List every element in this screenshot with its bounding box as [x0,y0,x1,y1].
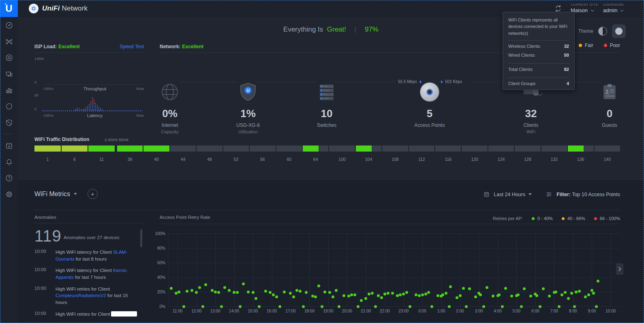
channel-tick-label: 6 [62,157,88,162]
username-dropdown[interactable]: admin [603,7,624,13]
switches-node[interactable]: 10 Switches [318,53,336,73]
gear-icon [5,190,13,199]
channel-cell [250,145,275,152]
retry-dot [391,292,394,295]
retry-dot [520,305,523,308]
sidebar-item-devices[interactable] [0,49,18,66]
wifi-traffic-distribution: WiFi Traffic Distribution 2.4GHz 5GHz 16… [34,137,620,142]
anomaly-text: High TCP latency for Client TNote 8 Pro … [56,322,139,323]
sidebar-item-alerts[interactable] [0,154,18,170]
app-title-rest: Network [62,4,88,12]
current-site-dropdown[interactable]: Maison [571,7,599,13]
sidebar-item-clients[interactable] [0,66,18,82]
channel-cell [88,145,115,152]
access-points-node[interactable]: 5 Access Points [420,53,439,73]
sidebar-item-statistics[interactable] [0,82,18,98]
y-axis-label: 40% [157,275,165,280]
channel-tick-label: 140 [595,157,620,162]
anomaly-client-link[interactable]: Karotz-Appentis [56,268,128,280]
divider [508,40,569,41]
throughput-chart: 146M 0 -24hrs Throughput Now [34,55,144,90]
gridline-horizontal [168,277,620,278]
retry-dot [364,297,367,300]
retry-dot [175,292,178,295]
retry-dot [486,286,488,289]
gridline-vertical [234,233,235,306]
retry-dot [350,293,353,296]
gridline-vertical [309,233,310,306]
channel-cell [303,145,328,152]
gateway-node[interactable]: U 1% USG-XG-8 Utilization [239,53,257,73]
gateway-shield-icon: U [239,82,257,102]
channel-cell [435,145,461,152]
filter-sliders-icon[interactable] [546,191,552,197]
channel-cell [488,145,514,152]
ubiquiti-logo[interactable]: U [0,0,18,17]
divider [34,223,145,223]
anomaly-text: High WiFi latency for Client SLAM-Ouvran… [56,249,139,262]
calendar-icon[interactable] [484,191,490,197]
y-axis-label: 20% [157,290,165,294]
x-axis-label: 5:00 [513,309,520,313]
dark-theme-button[interactable] [612,24,626,38]
next-page-button[interactable] [616,263,623,275]
clients-icon [5,70,13,78]
sidebar-item-help[interactable] [0,170,18,186]
retry-dot [529,295,532,297]
add-metric-button[interactable]: + [88,189,98,199]
anomaly-item: 10:00High WiFi retries for Client Compte… [34,286,139,306]
retry-dot [371,292,374,295]
gridline-vertical [197,233,197,306]
gridline-vertical [592,233,592,306]
app-title: UniFiNetwork [42,4,88,13]
anomaly-client-link[interactable]: CompteursRadiationsV2 [56,293,106,298]
gridline-vertical [385,233,385,306]
map-icon [5,102,13,111]
retry-dot [459,294,462,297]
filter-control[interactable]: Filter: Top 10 Access Points [556,192,620,197]
x-axis-label: 16:00 [267,309,277,313]
speed-test-link[interactable]: Speed Test [120,44,144,49]
light-theme-button[interactable] [598,27,607,36]
retry-dot [211,289,214,292]
retry-dot [264,290,267,293]
sidebar-item-dashboard[interactable] [0,17,18,33]
retry-dot [272,293,275,296]
retry-dot [554,291,557,293]
sidebar-divider [4,134,13,134]
wifi-metrics-dropdown[interactable]: WiFi Metrics [34,190,77,198]
legend-item-fair: Fair [579,43,593,48]
sidebar-item-insights[interactable] [0,114,18,130]
channel-fill [88,145,115,152]
tooltip-pointer-icon [537,91,543,98]
guests-node[interactable]: 0 Guests [601,53,618,73]
retry-dot [383,293,386,295]
anomaly-time: 10:00 [34,311,56,318]
retry-dot [462,287,465,290]
retry-dot [517,293,520,296]
channel-cell [62,145,88,152]
retry-legend-item: 0 - 40% [532,216,553,221]
anomaly-client-link[interactable]: SLAM-Ouvrants [56,250,127,261]
time-range-dropdown[interactable]: Last 24 Hours [494,192,532,197]
gridline-vertical [178,233,178,306]
retry-dot [252,291,255,294]
sidebar-item-settings[interactable] [0,186,18,202]
wifi-clients-tooltip: WiFi Clients represents all devices conn… [503,12,575,90]
retry-dot [584,295,587,298]
channel-tick-label: 1 [34,157,61,162]
tooltip-row-label: Wireless Clients [508,44,540,49]
internet-node[interactable]: 0% Internet Capacity [161,53,179,73]
retry-dot [415,293,417,296]
retry-dot [539,305,541,308]
retry-dot [575,291,578,293]
channel-cell [568,145,593,152]
retry-dot [492,295,494,297]
y-axis-label: 80% [157,246,165,250]
anomalies-scrollbar[interactable] [140,229,142,247]
sidebar-item-map[interactable] [0,98,18,114]
sidebar-item-topology[interactable] [0,33,18,49]
gridline-horizontal [168,233,620,234]
retry-dot [418,294,421,297]
sidebar-item-events[interactable] [0,137,18,154]
